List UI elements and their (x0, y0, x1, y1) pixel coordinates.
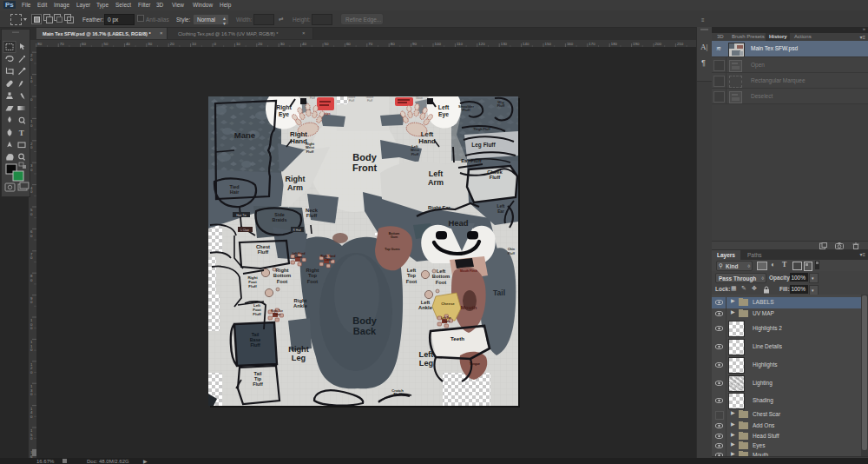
svg-text:160: 160 (567, 42, 574, 46)
svg-text:0: 0 (30, 79, 33, 83)
svg-text:0: 0 (30, 234, 33, 238)
svg-text:Arm: Arm (428, 178, 444, 187)
svg-text:0: 0 (30, 97, 33, 102)
svg-text:Right: Right (294, 298, 307, 303)
svg-text:Glove: Glove (416, 96, 423, 100)
svg-text:140: 140 (523, 42, 529, 46)
svg-text:Bottom: Bottom (432, 274, 450, 279)
svg-text:Gum: Gum (391, 235, 398, 239)
svg-text:Teeth: Teeth (450, 335, 464, 341)
svg-text:30: 30 (280, 42, 285, 46)
svg-text:Front: Front (352, 162, 377, 173)
svg-text:Fluff: Fluff (306, 213, 318, 218)
svg-text:Foot: Foot (277, 279, 288, 284)
svg-text:Foot: Foot (307, 279, 319, 284)
svg-text:0: 0 (30, 348, 33, 352)
svg-text:Fluff: Fluff (490, 175, 501, 180)
svg-text:0: 0 (214, 42, 217, 46)
svg-text:0: 0 (30, 278, 33, 282)
svg-text:Claws: Claws (273, 313, 281, 316)
svg-text:Left: Left (438, 104, 450, 110)
svg-text:Fluff: Fluff (306, 149, 314, 154)
svg-text:Claws: Claws (443, 320, 450, 323)
svg-text:Fluff: Fluff (508, 252, 516, 255)
svg-text:Leg: Leg (292, 354, 306, 362)
svg-text:200: 200 (655, 42, 662, 46)
svg-text:Eye: Eye (438, 111, 449, 118)
svg-text:90: 90 (412, 42, 417, 46)
svg-text:50: 50 (104, 42, 108, 46)
svg-text:Neck: Neck (306, 208, 319, 213)
svg-text:Fluff: Fluff (253, 381, 263, 387)
svg-text:80: 80 (37, 42, 42, 46)
svg-text:Right Ear: Right Ear (428, 205, 451, 210)
svg-text:L Claw: L Claw (240, 229, 249, 232)
svg-text:Tongue: Tongue (470, 362, 480, 366)
svg-text:Body: Body (352, 152, 377, 162)
svg-text:R Hnd: R Hnd (293, 229, 300, 232)
svg-text:Fluff: Fluff (393, 392, 402, 396)
svg-text:Right: Right (306, 268, 319, 273)
svg-text:T: T (19, 129, 24, 137)
svg-text:Fluff: Fluff (462, 108, 470, 112)
svg-text:Fluff: Fluff (310, 96, 315, 100)
svg-text:Right: Right (276, 104, 292, 111)
svg-text:Foot: Foot (406, 279, 418, 284)
svg-text:0: 0 (30, 255, 33, 260)
svg-text:Fluff: Fluff (248, 284, 257, 288)
svg-text:40: 40 (126, 42, 130, 46)
svg-text:Top: Top (407, 273, 417, 278)
svg-text:Hair Tie: Hair Tie (236, 214, 247, 217)
svg-text:Right: Right (276, 268, 289, 273)
svg-text:Right: Right (290, 130, 307, 138)
svg-text:0: 0 (30, 189, 33, 194)
svg-text:Hair: Hair (230, 189, 240, 195)
svg-text:0: 0 (30, 414, 33, 419)
svg-text:Top Gums: Top Gums (385, 248, 400, 251)
svg-text:Left: Left (421, 300, 431, 305)
svg-text:Ankle: Ankle (293, 303, 308, 308)
svg-text:60: 60 (346, 42, 351, 46)
svg-text:Fluff: Fluff (497, 103, 505, 108)
svg-text:Foot: Foot (436, 280, 447, 285)
svg-text:0: 0 (30, 168, 33, 172)
svg-text:20: 20 (170, 42, 174, 46)
svg-text:110: 110 (457, 42, 464, 46)
svg-text:Chin: Chin (508, 248, 515, 251)
svg-text:Fluff: Fluff (349, 99, 354, 103)
svg-text:Left: Left (429, 169, 444, 178)
svg-text:70: 70 (368, 42, 372, 46)
svg-text:210: 210 (677, 42, 684, 46)
svg-text:70: 70 (60, 42, 64, 46)
svg-text:Arm: Arm (287, 183, 303, 192)
svg-text:0: 0 (30, 370, 33, 375)
svg-text:Ear: Ear (497, 209, 504, 214)
svg-text:Mane: Mane (234, 130, 255, 140)
svg-text:Body: Body (352, 315, 377, 326)
svg-text:0: 0 (30, 300, 33, 304)
svg-text:Eye: Eye (279, 111, 289, 118)
svg-text:Leg Fluff: Leg Fluff (471, 142, 496, 149)
svg-text:Right: Right (286, 175, 306, 183)
svg-text:60: 60 (82, 42, 86, 46)
svg-text:0: 0 (30, 392, 33, 396)
svg-text:Ear Fluff: Ear Fluff (461, 158, 482, 163)
svg-text:Ankle: Ankle (418, 305, 433, 310)
svg-text:Fluff: Fluff (367, 99, 372, 103)
svg-text:Fluff: Fluff (258, 249, 269, 255)
svg-text:Hand: Hand (418, 137, 436, 145)
svg-text:180: 180 (611, 42, 618, 46)
svg-text:Fluff: Fluff (411, 152, 419, 156)
svg-text:0: 0 (30, 145, 33, 149)
svg-text:100: 100 (435, 42, 442, 46)
svg-text:190: 190 (633, 42, 640, 46)
svg-text:Fluff: Fluff (253, 312, 261, 316)
svg-text:0: 0 (30, 57, 33, 62)
svg-text:Left: Left (421, 130, 434, 138)
svg-text:80: 80 (391, 42, 395, 46)
svg-text:Chest: Chest (256, 244, 270, 249)
svg-text:Claws: Claws (324, 258, 332, 262)
svg-text:30: 30 (148, 42, 152, 46)
svg-text:130: 130 (501, 42, 508, 46)
svg-text:Cheese: Cheese (441, 302, 455, 306)
